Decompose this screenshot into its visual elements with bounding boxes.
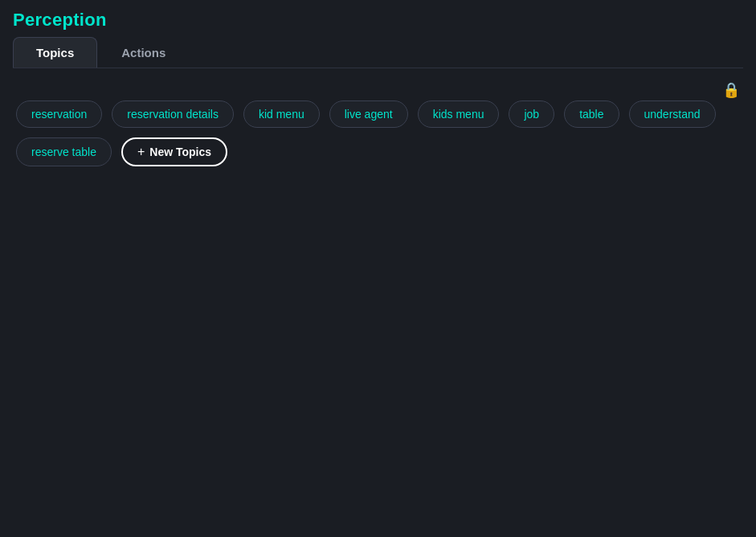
app-container: Perception Topics Actions 🔒 reservation … [0,0,756,390]
new-topics-button[interactable]: + New Topics [121,137,227,166]
plus-icon: + [137,146,145,158]
topics-container: reservation reservation details kid menu… [16,100,740,166]
tabs-bar: Topics Actions [13,37,743,68]
new-topics-label: New Topics [149,146,211,158]
topic-chip-understand[interactable]: understand [629,100,716,128]
topic-chip-table[interactable]: table [564,100,619,128]
topic-chip-live-agent[interactable]: live agent [329,100,408,128]
app-title: Perception [13,10,743,31]
topic-chip-reserve-table[interactable]: reserve table [16,137,112,166]
content-area: 🔒 reservation reservation details kid me… [0,68,756,390]
tab-actions[interactable]: Actions [99,38,188,68]
topic-chip-kid-menu[interactable]: kid menu [243,100,320,128]
topic-chip-job[interactable]: job [509,100,554,128]
app-header: Perception Topics Actions [0,0,756,68]
tab-topics[interactable]: Topics [13,37,97,68]
topic-chip-kids-menu[interactable]: kids menu [418,100,500,128]
topic-chip-reservation[interactable]: reservation [16,100,102,128]
lock-icon-wrapper: 🔒 [722,81,740,99]
lock-icon: 🔒 [722,82,740,98]
topic-chip-reservation-details[interactable]: reservation details [112,100,234,128]
